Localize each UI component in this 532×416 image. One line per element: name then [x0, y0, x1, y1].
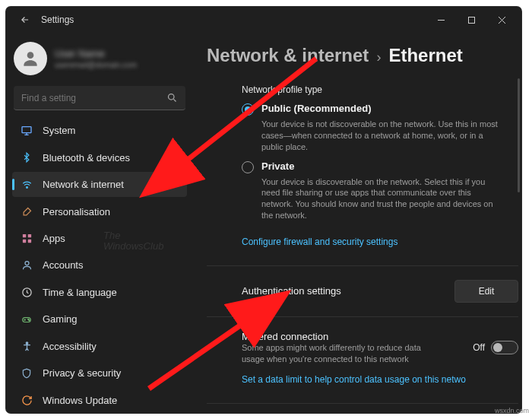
search-box[interactable] — [14, 86, 185, 110]
nav-label: Accessibility — [43, 341, 97, 352]
nav-label: Time & language — [43, 287, 117, 298]
breadcrumb-parent[interactable]: Network & internet — [207, 45, 369, 66]
content-pane: Network & internet › Ethernet Network pr… — [193, 33, 521, 413]
row-auth: Authentication settings Edit — [242, 274, 518, 309]
content-scroll: Network profile type Public (Recommended… — [207, 75, 518, 413]
svg-rect-0 — [468, 17, 474, 23]
wifi-icon — [20, 178, 33, 192]
nav-item-time[interactable]: Time & language — [12, 280, 187, 305]
radio-label: Private — [261, 160, 294, 173]
nav-label: Windows Update — [43, 395, 117, 406]
gamepad-icon — [20, 313, 33, 326]
minimize-button[interactable] — [426, 8, 456, 31]
breadcrumb: Network & internet › Ethernet — [207, 45, 511, 66]
radio-label: Public (Recommended) — [261, 103, 371, 116]
nav-label: System — [43, 125, 75, 136]
nav-item-bluetooth[interactable]: Bluetooth & devices — [12, 144, 187, 170]
account-block[interactable]: User Name useremail@domain.com — [12, 37, 187, 86]
section-title-profile: Network profile type — [242, 84, 518, 95]
auth-title: Authentication settings — [242, 285, 447, 297]
account-name: User Name — [55, 48, 137, 59]
radio-icon — [242, 103, 254, 116]
ip-title: IP assignment: — [242, 411, 518, 413]
accessibility-icon — [20, 339, 33, 353]
svg-rect-8 — [27, 240, 30, 243]
bluetooth-icon — [20, 151, 33, 164]
svg-rect-3 — [22, 126, 31, 132]
search-input[interactable] — [14, 86, 185, 110]
metered-desc: Some apps might work differently to redu… — [242, 342, 439, 365]
close-button[interactable] — [486, 8, 517, 31]
metered-title: Metered connection — [242, 331, 465, 342]
window-title: Settings — [41, 14, 74, 25]
svg-point-2 — [169, 94, 175, 100]
nav-item-system[interactable]: System — [12, 118, 187, 143]
apps-icon — [20, 232, 33, 246]
person-icon — [21, 49, 40, 68]
radio-private[interactable]: Private — [242, 160, 518, 173]
divider — [207, 403, 518, 404]
metered-toggle[interactable] — [491, 341, 518, 354]
source-credit: wsxdn.com — [495, 407, 529, 414]
update-icon — [20, 393, 33, 407]
toggle-label: Off — [473, 342, 485, 353]
svg-point-4 — [26, 186, 27, 188]
shield-icon — [20, 367, 33, 380]
avatar — [14, 42, 47, 75]
settings-window: Settings User Name useremail@domain.com — [6, 7, 521, 413]
titlebar: Settings — [6, 7, 521, 33]
svg-point-9 — [25, 262, 29, 265]
nav-label: Personalisation — [43, 206, 110, 218]
divider — [207, 265, 518, 266]
person-icon — [20, 259, 33, 272]
radio-desc-public: Your device is not discoverable on the n… — [261, 119, 505, 153]
nav-item-apps[interactable]: Apps — [12, 226, 187, 251]
svg-rect-5 — [22, 234, 25, 237]
nav-item-privacy[interactable]: Privacy & security — [12, 360, 187, 386]
radio-desc-private: Your device is discoverable on the netwo… — [261, 176, 505, 221]
divider — [207, 316, 518, 317]
scrollbar-thumb[interactable] — [518, 78, 520, 192]
breadcrumb-current: Ethernet — [388, 45, 462, 66]
maximize-button[interactable] — [456, 8, 486, 31]
svg-rect-7 — [22, 240, 25, 243]
nav-item-gaming[interactable]: Gaming — [12, 306, 187, 332]
radio-icon — [242, 161, 254, 173]
search-icon — [166, 92, 178, 106]
nav-list: System Bluetooth & devices Network & int… — [12, 118, 187, 413]
nav-item-accounts[interactable]: Accounts — [12, 252, 187, 278]
brush-icon — [20, 205, 33, 218]
row-metered: Metered connection Some apps might work … — [242, 325, 518, 371]
nav-label: Privacy & security — [43, 367, 121, 379]
account-email: useremail@domain.com — [55, 61, 137, 69]
svg-point-14 — [26, 342, 28, 345]
back-button[interactable] — [15, 10, 35, 30]
chevron-right-icon: › — [376, 49, 381, 65]
arrow-left-icon — [20, 14, 30, 25]
sidebar: User Name useremail@domain.com System Bl… — [6, 33, 193, 413]
nav-label: Apps — [43, 233, 65, 244]
nav-item-network[interactable]: Network & internet — [12, 172, 187, 197]
nav-label: Gaming — [43, 313, 78, 325]
clock-icon — [20, 285, 33, 299]
nav-label: Bluetooth & devices — [43, 152, 130, 164]
svg-point-13 — [29, 319, 30, 320]
data-limit-link[interactable]: Set a data limit to help control data us… — [242, 374, 466, 385]
svg-rect-6 — [27, 234, 30, 237]
nav-label: Network & internet — [43, 179, 124, 190]
account-text: User Name useremail@domain.com — [55, 48, 137, 69]
nav-item-update[interactable]: Windows Update — [12, 388, 187, 413]
edit-button[interactable]: Edit — [454, 280, 518, 303]
radio-public[interactable]: Public (Recommended) — [242, 103, 518, 116]
firewall-link[interactable]: Configure firewall and security settings — [242, 237, 397, 247]
nav-label: Accounts — [43, 259, 83, 271]
nav-item-personalisation[interactable]: Personalisation — [12, 198, 187, 224]
nav-item-accessibility[interactable]: Accessibility — [12, 334, 187, 359]
svg-point-1 — [27, 52, 34, 59]
display-icon — [20, 124, 33, 138]
